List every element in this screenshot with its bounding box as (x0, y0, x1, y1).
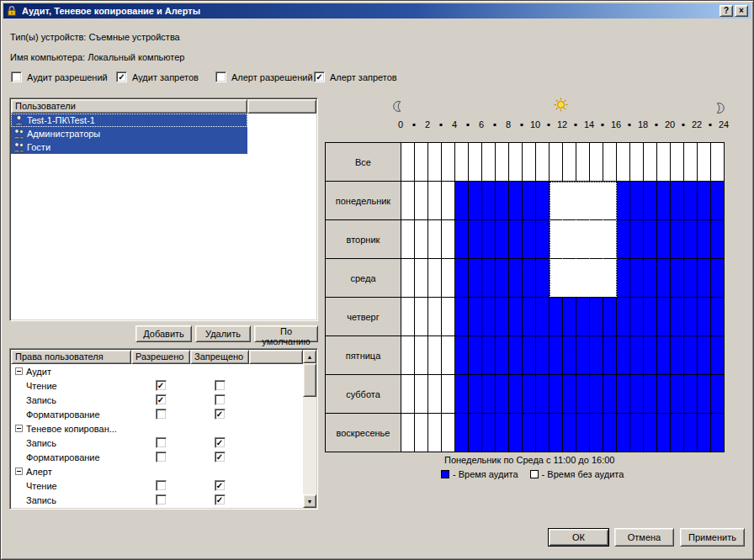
schedule-cell[interactable] (684, 220, 698, 259)
schedule-cell[interactable] (644, 414, 657, 452)
schedule-cell[interactable] (509, 182, 523, 220)
schedule-cell[interactable] (509, 336, 523, 375)
close-button[interactable]: × (735, 5, 748, 17)
schedule-cell[interactable] (617, 220, 630, 259)
schedule-cell[interactable] (563, 259, 576, 298)
schedule-cell[interactable] (509, 143, 523, 182)
schedule-cell[interactable] (469, 414, 482, 452)
schedule-cell[interactable] (617, 336, 630, 375)
schedule-cell[interactable] (536, 143, 550, 182)
denied-checkbox[interactable] (215, 394, 226, 405)
user-list-item[interactable]: Администраторы (11, 127, 247, 140)
user-list-item[interactable]: Test-1-ПК\Test-1 (11, 114, 247, 127)
schedule-cell[interactable] (644, 336, 657, 375)
schedule-cell[interactable] (698, 375, 711, 414)
collapse-icon[interactable] (15, 468, 23, 475)
users-column-header[interactable]: Пользователи (11, 99, 247, 114)
schedule-cell[interactable] (442, 336, 455, 375)
collapse-icon[interactable] (15, 425, 23, 432)
schedule-cell[interactable] (482, 143, 496, 182)
schedule-cell[interactable] (509, 375, 523, 414)
schedule-cell[interactable] (415, 220, 428, 259)
scroll-thumb[interactable] (303, 363, 316, 397)
schedule-cell[interactable] (482, 182, 496, 220)
schedule-cell[interactable] (523, 414, 536, 452)
day-row-label[interactable]: вторник (326, 220, 401, 259)
schedule-cell[interactable] (509, 298, 523, 336)
checkbox-icon[interactable] (215, 71, 226, 82)
schedule-cell[interactable] (482, 298, 496, 336)
schedule-cell[interactable] (455, 375, 469, 414)
schedule-cell[interactable] (550, 414, 563, 452)
schedule-cell[interactable] (576, 298, 590, 336)
schedule-cell[interactable] (711, 143, 725, 182)
schedule-cell[interactable] (536, 375, 550, 414)
schedule-cell[interactable] (536, 298, 550, 336)
schedule-cell[interactable] (644, 182, 657, 220)
schedule-cell[interactable] (415, 298, 428, 336)
schedule-cell[interactable] (536, 182, 550, 220)
schedule-cell[interactable] (469, 182, 482, 220)
schedule-cell[interactable] (401, 298, 415, 336)
schedule-cell[interactable] (482, 414, 496, 452)
schedule-cell[interactable] (428, 375, 442, 414)
schedule-cell[interactable] (603, 414, 617, 452)
schedule-cell[interactable] (523, 298, 536, 336)
allowed-checkbox[interactable] (156, 480, 167, 491)
schedule-cell[interactable] (617, 375, 630, 414)
schedule-cell[interactable] (563, 375, 576, 414)
schedule-cell[interactable] (657, 182, 671, 220)
schedule-cell[interactable] (455, 336, 469, 375)
schedule-cell[interactable] (550, 336, 563, 375)
user-list-item[interactable]: Гости (11, 140, 247, 154)
schedule-cell[interactable] (469, 220, 482, 259)
schedule-cell[interactable] (630, 414, 644, 452)
schedule-cell[interactable] (711, 375, 725, 414)
day-row-label[interactable]: четверг (326, 298, 401, 336)
schedule-cell[interactable] (442, 143, 455, 182)
schedule-cell[interactable] (455, 298, 469, 336)
apply-button[interactable]: Применить (680, 528, 745, 547)
schedule-cell[interactable] (509, 220, 523, 259)
schedule-cell[interactable] (698, 298, 711, 336)
schedule-cell[interactable] (415, 336, 428, 375)
ok-button[interactable]: ОК (548, 528, 609, 547)
schedule-cell[interactable] (590, 414, 603, 452)
schedule-cell[interactable] (698, 336, 711, 375)
schedule-cell[interactable] (657, 375, 671, 414)
schedule-cell[interactable] (603, 298, 617, 336)
schedule-cell[interactable] (590, 259, 603, 298)
denied-checkbox[interactable]: ✓ (215, 452, 226, 462)
add-button[interactable]: Добавить (135, 325, 192, 342)
schedule-cell[interactable] (671, 336, 684, 375)
schedule-cell[interactable] (603, 375, 617, 414)
schedule-cell[interactable] (671, 259, 684, 298)
schedule-cell[interactable] (469, 336, 482, 375)
rights-scrollbar[interactable]: ▲ ▼ (303, 350, 316, 508)
option-checkbox-1[interactable]: Аудит разрешений (11, 71, 108, 82)
schedule-cell[interactable] (536, 220, 550, 259)
schedule-cell[interactable] (523, 375, 536, 414)
schedule-cell[interactable] (428, 414, 442, 452)
schedule-cell[interactable] (603, 259, 617, 298)
schedule-cell[interactable] (603, 336, 617, 375)
schedule-cell[interactable] (644, 143, 657, 182)
schedule-cell[interactable] (657, 259, 671, 298)
schedule-cell[interactable] (428, 259, 442, 298)
schedule-cell[interactable] (630, 182, 644, 220)
rights-column-header-filler[interactable] (249, 350, 303, 364)
schedule-cell[interactable] (644, 298, 657, 336)
schedule-cell[interactable] (415, 182, 428, 220)
schedule-cell[interactable] (536, 414, 550, 452)
schedule-cell[interactable] (401, 414, 415, 452)
schedule-cell[interactable] (455, 414, 469, 452)
schedule-cell[interactable] (698, 220, 711, 259)
schedule-cell[interactable] (563, 414, 576, 452)
schedule-cell[interactable] (711, 414, 725, 452)
schedule-cell[interactable] (455, 143, 469, 182)
schedule-cell[interactable] (455, 182, 469, 220)
option-checkbox-2[interactable]: ✓Аудит запретов (116, 71, 199, 82)
schedule-cell[interactable] (603, 143, 617, 182)
schedule-cell[interactable] (684, 182, 698, 220)
day-row-label[interactable]: Все (326, 143, 401, 182)
